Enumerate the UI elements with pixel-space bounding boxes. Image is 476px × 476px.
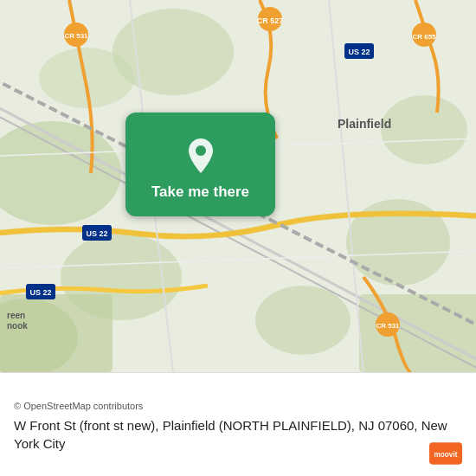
map-container: CR 527 US 22 CR 531 CR 655 US 22 US 22 C… bbox=[0, 0, 476, 372]
svg-text:moovit: moovit bbox=[434, 451, 458, 459]
moovit-icon: moovit bbox=[429, 441, 462, 466]
svg-text:Plainfield: Plainfield bbox=[338, 117, 391, 131]
svg-text:CR 531: CR 531 bbox=[64, 32, 88, 40]
svg-text:US 22: US 22 bbox=[348, 48, 370, 56]
svg-rect-9 bbox=[0, 294, 113, 372]
svg-text:CR 655: CR 655 bbox=[412, 33, 436, 41]
bottom-bar: © OpenStreetMap contributors W Front St … bbox=[0, 372, 476, 476]
osm-text: © OpenStreetMap contributors bbox=[14, 401, 143, 411]
take-me-there-button[interactable]: Take me there bbox=[125, 113, 275, 216]
moovit-logo: moovit bbox=[429, 441, 462, 466]
svg-point-35 bbox=[196, 145, 206, 156]
take-me-there-label: Take me there bbox=[151, 183, 249, 201]
location-pin-icon bbox=[185, 137, 216, 175]
svg-text:CR 531: CR 531 bbox=[376, 322, 400, 330]
osm-attribution: © OpenStreetMap contributors bbox=[14, 401, 462, 411]
svg-point-5 bbox=[255, 286, 351, 355]
svg-point-4 bbox=[381, 95, 467, 164]
svg-text:US 22: US 22 bbox=[29, 288, 51, 297]
svg-text:nook: nook bbox=[7, 321, 28, 331]
svg-text:US 22: US 22 bbox=[86, 229, 107, 238]
address-text: W Front St (front st new), Plainfield (N… bbox=[14, 416, 462, 453]
svg-text:CR 527: CR 527 bbox=[257, 16, 284, 25]
svg-text:reen: reen bbox=[7, 311, 25, 320]
